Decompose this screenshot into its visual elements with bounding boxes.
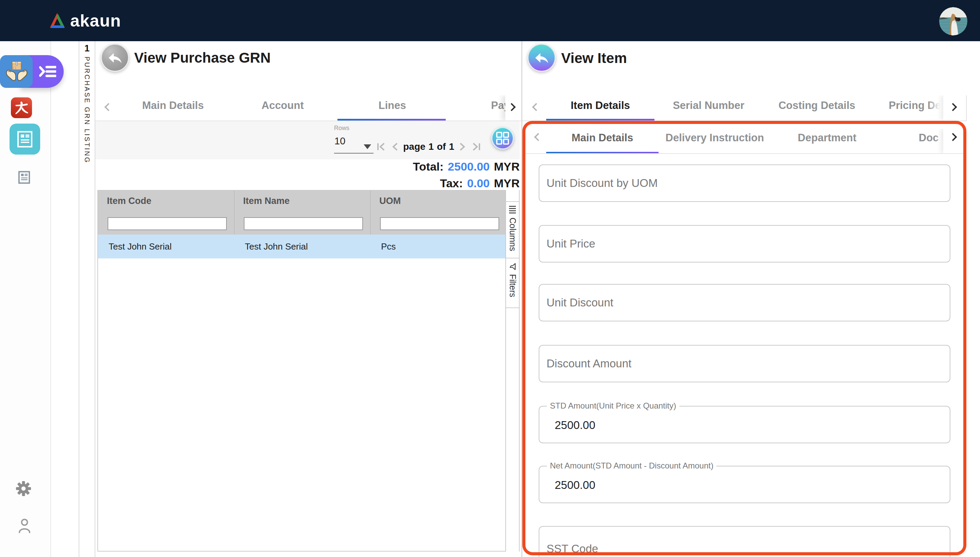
field-unit-discount-by-uom[interactable]: Unit Discount by UOM [539, 164, 951, 202]
rows-select-underline [334, 153, 374, 153]
app-icon-sidebar [0, 41, 51, 557]
tab-account[interactable]: Account [228, 99, 337, 112]
sidebar-item-profile[interactable] [18, 518, 31, 535]
user-avatar[interactable] [939, 7, 967, 36]
cell-item-code: Test John Serial [109, 241, 172, 252]
filter-input-item-code[interactable] [107, 217, 227, 230]
sidebar-item-form-listing[interactable] [10, 124, 40, 155]
filter-input-item-name[interactable] [244, 217, 363, 230]
col-header-uom[interactable]: UOM [379, 196, 401, 206]
prev-page-icon[interactable] [391, 141, 399, 153]
brand-name: akaun [70, 10, 121, 31]
page-indicator: page 1 of 1 [403, 141, 454, 152]
sub-tabs-scroll-left-icon[interactable] [534, 133, 542, 141]
back-arrow-icon [534, 50, 550, 65]
item-tabs-bar: Item Details Serial Number Costing Detai… [523, 95, 966, 121]
rows-per-page-select[interactable]: 10 [334, 135, 345, 147]
page-current: 1 [428, 141, 434, 152]
columns-icon [508, 205, 516, 214]
back-button-left[interactable] [101, 44, 129, 72]
field-unit-price[interactable]: Unit Price [539, 225, 951, 262]
cell-item-name: Test John Serial [245, 241, 308, 252]
rows-select-caret-icon[interactable] [364, 144, 371, 149]
field-net-amount[interactable]: Net Amount(STD Amount - Discount Amount)… [539, 466, 951, 503]
form-list-icon [16, 131, 33, 148]
tabs-scroll-left-icon[interactable] [104, 103, 112, 111]
of-word: of [437, 141, 446, 152]
first-page-icon[interactable] [376, 141, 386, 153]
tab-item-details[interactable]: Item Details [546, 99, 654, 112]
item-sub-tabs-bar: Main Details Delivery Instruction Depart… [523, 129, 966, 154]
sub-tab-main-details[interactable]: Main Details [546, 132, 659, 144]
sidebar-item-listing[interactable] [18, 170, 31, 186]
tab-lines[interactable]: Lines [337, 99, 447, 112]
side-tab-columns[interactable]: Columns [506, 202, 519, 258]
tab-serial-number[interactable]: Serial Number [654, 99, 763, 112]
field-std-amount[interactable]: STD Amount(Unit Price x Quantity) 2500.0… [539, 406, 951, 443]
field-value: 2500.00 [555, 479, 595, 492]
field-label: Unit Discount [547, 285, 613, 321]
next-page-icon[interactable] [459, 141, 467, 153]
table-side-tabs: Columns Filters [506, 190, 519, 552]
gear-icon [16, 481, 31, 497]
field-discount-amount[interactable]: Discount Amount [539, 345, 951, 382]
workspace-tab-label: PURCHASE GRN LISTING [79, 57, 95, 163]
total-label: Total: [413, 160, 444, 173]
item-tabs-scroll-left-icon[interactable] [532, 103, 540, 111]
field-sst-code[interactable]: SST Code [539, 526, 951, 557]
user-avatar-photo-icon [939, 7, 967, 36]
tabs-edge-line [966, 95, 967, 121]
sub-tabs-scroll-right-bg [943, 129, 966, 153]
cell-uom: Pcs [381, 241, 396, 252]
akaun-triangle-logo-icon [48, 12, 67, 29]
tab-main-details[interactable]: Main Details [118, 99, 228, 112]
workspace-tab-index: 1 [79, 43, 95, 54]
last-page-icon[interactable] [471, 141, 482, 153]
totals-block: Total: 2500.00 MYR Tax: 0.00 MYR [306, 160, 519, 193]
tax-currency: MYR [494, 177, 519, 190]
field-label: Discount Amount [547, 345, 631, 382]
tax-label: Tax: [440, 177, 463, 190]
field-value: 2500.00 [555, 419, 595, 432]
left-panel-title: View Purchase GRN [134, 50, 271, 66]
da-character-icon [14, 101, 29, 116]
person-icon [18, 518, 31, 534]
sidebar-item-da-app[interactable] [11, 98, 32, 118]
table-header-row: Item Code Item Name UOM [98, 191, 505, 210]
column-divider [234, 191, 234, 235]
column-divider [370, 191, 371, 235]
side-tab-filters[interactable]: Filters [506, 259, 519, 308]
filter-funnel-icon [508, 262, 516, 271]
back-button-right[interactable] [527, 44, 556, 72]
total-value: 2500.00 [448, 160, 490, 173]
list-doc-icon [18, 170, 31, 184]
tab-costing-details[interactable]: Costing Details [763, 99, 871, 112]
sidebar-item-settings[interactable] [16, 481, 31, 498]
rows-per-page-label: Rows [334, 125, 349, 132]
item-tabs-border [523, 121, 966, 121]
layout-grid-button[interactable] [492, 127, 514, 150]
table-filter-row [98, 210, 505, 235]
page-total: 1 [449, 141, 454, 152]
field-label: SST Code [547, 527, 598, 557]
col-header-item-code[interactable]: Item Code [107, 196, 151, 206]
side-tab-filters-label: Filters [508, 274, 518, 297]
sub-tab-department[interactable]: Department [771, 132, 883, 144]
side-tab-columns-label: Columns [508, 218, 518, 251]
col-header-item-name[interactable]: Item Name [243, 196, 290, 206]
field-unit-discount[interactable]: Unit Discount [539, 284, 951, 321]
table-toolbar [95, 121, 519, 160]
sub-tabs-border [523, 153, 965, 154]
field-floating-label: Net Amount(STD Amount - Discount Amount) [547, 461, 716, 471]
indent-menu-icon [39, 65, 56, 78]
brand-logo: akaun [48, 10, 121, 31]
sub-tab-delivery-instruction[interactable]: Delivery Instruction [659, 132, 771, 144]
left-tabs-bar: Main Details Account Lines Pay [95, 95, 521, 121]
table-row[interactable]: Test John Serial Test John Serial Pcs [98, 235, 505, 258]
workspace-tab-label-text: PURCHASE GRN LISTING [83, 57, 91, 163]
sidebar-item-goods-receive[interactable] [0, 55, 33, 88]
right-panel-title: View Item [561, 50, 627, 67]
back-arrow-icon [107, 50, 123, 65]
filter-input-uom[interactable] [380, 217, 499, 230]
side-strip-spacer [506, 190, 519, 202]
